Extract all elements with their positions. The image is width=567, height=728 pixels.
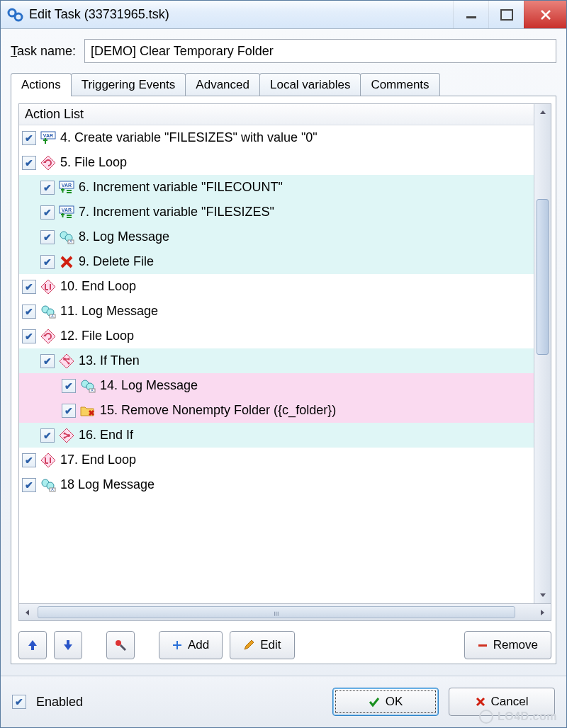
action-text: 18 Log Message xyxy=(60,477,155,492)
tabs: Actions Triggering Events Advanced Local… xyxy=(11,73,556,96)
endloop-icon xyxy=(40,279,56,295)
ok-button[interactable]: OK xyxy=(332,688,439,716)
remove-button[interactable]: Remove xyxy=(464,631,551,659)
close-button[interactable] xyxy=(524,1,566,28)
action-list-wrap: Action List VAR4. Create variable "FILES… xyxy=(18,103,551,604)
action-item[interactable]: 12. File Loop xyxy=(19,324,534,348)
vertical-scrollbar[interactable] xyxy=(534,104,551,603)
log-icon: A xyxy=(80,378,96,394)
client-area: Task name: Actions Triggering Events Adv… xyxy=(1,29,566,727)
action-item[interactable]: VAR4. Create variable "FILESIZES" with v… xyxy=(19,125,534,150)
scroll-track[interactable] xyxy=(534,121,551,586)
scroll-down-icon[interactable] xyxy=(534,586,551,603)
svg-marker-17 xyxy=(41,280,55,294)
wizard-button[interactable] xyxy=(106,631,135,659)
tab-comments[interactable]: Comments xyxy=(360,73,439,96)
checkbox-icon[interactable] xyxy=(22,329,36,343)
checkbox-icon[interactable] xyxy=(40,230,55,244)
action-item[interactable]: 16. End If xyxy=(19,423,534,448)
action-item[interactable]: A11. Log Message xyxy=(19,299,534,324)
scroll-up-icon[interactable] xyxy=(534,104,551,121)
checkbox-icon[interactable] xyxy=(40,181,55,195)
loop-icon xyxy=(40,329,56,344)
action-item[interactable]: A8. Log Message xyxy=(19,224,534,249)
action-item[interactable]: 17. End Loop xyxy=(19,448,534,472)
action-item[interactable]: A14. Log Message xyxy=(19,373,534,398)
action-text: 5. File Loop xyxy=(60,155,127,170)
checkbox-icon[interactable] xyxy=(22,305,36,319)
action-item[interactable]: VAR6. Increment variable "FILECOUNT" xyxy=(19,175,534,200)
svg-marker-35 xyxy=(41,453,55,467)
add-button[interactable]: Add xyxy=(159,631,223,659)
svg-point-40 xyxy=(116,640,121,646)
checkbox-icon[interactable] xyxy=(22,131,36,145)
checkbox-icon[interactable] xyxy=(62,379,76,393)
checkbox-icon[interactable] xyxy=(22,280,36,294)
window: Edit Task (33731965.tsk) Task name: Acti… xyxy=(0,0,567,728)
action-text: 14. Log Message xyxy=(100,378,198,393)
action-text: 9. Delete File xyxy=(79,254,154,269)
scroll-right-icon[interactable] xyxy=(534,604,551,620)
action-item[interactable]: VAR7. Increment variable "FILESIZES" xyxy=(19,200,534,224)
taskname-row: Task name: xyxy=(11,39,556,63)
action-item[interactable]: 10. End Loop xyxy=(19,274,534,299)
plus-icon xyxy=(172,640,182,650)
log-icon: A xyxy=(40,477,56,493)
action-item[interactable]: A18 Log Message xyxy=(19,472,534,497)
titlebar[interactable]: Edit Task (33731965.tsk) xyxy=(1,1,566,29)
window-buttons xyxy=(453,1,566,28)
maximize-button[interactable] xyxy=(488,1,524,28)
edit-button[interactable]: Edit xyxy=(230,631,294,659)
action-list[interactable]: Action List VAR4. Create variable "FILES… xyxy=(19,104,534,603)
scroll-left-icon[interactable] xyxy=(19,604,36,620)
checkbox-icon[interactable] xyxy=(62,404,76,418)
svg-rect-41 xyxy=(478,644,487,647)
action-text: 15. Remove Nonempty Folder ({c_folder}) xyxy=(100,403,336,418)
if-icon xyxy=(59,353,74,369)
checkbox-icon[interactable] xyxy=(40,428,55,443)
action-item[interactable]: 5. File Loop xyxy=(19,150,534,175)
checkbox-icon[interactable] xyxy=(22,478,36,492)
svg-rect-7 xyxy=(67,190,72,191)
action-text: 10. End Loop xyxy=(60,279,136,294)
tab-advanced[interactable]: Advanced xyxy=(185,73,260,96)
folder-del-icon xyxy=(80,403,96,419)
endloop-icon xyxy=(40,453,56,468)
window-title: Edit Task (33731965.tsk) xyxy=(29,7,453,22)
svg-point-34 xyxy=(67,434,70,437)
var-inc-icon: VAR xyxy=(59,180,74,195)
tab-local-variables[interactable]: Local variables xyxy=(259,73,361,96)
taskname-input[interactable] xyxy=(84,39,556,63)
edit-label: Edit xyxy=(260,638,281,652)
endif-icon xyxy=(59,428,74,443)
scroll-thumb[interactable] xyxy=(537,199,549,355)
var-add-icon: VAR xyxy=(40,130,56,146)
checkbox-icon[interactable] xyxy=(40,205,55,220)
action-item[interactable]: 13. If Then xyxy=(19,348,534,373)
checkbox-icon xyxy=(12,695,26,709)
x-icon xyxy=(476,697,485,707)
action-item[interactable]: 9. Delete File xyxy=(19,249,534,274)
action-list-header: Action List xyxy=(19,104,534,125)
horizontal-scrollbar[interactable] xyxy=(18,604,551,621)
checkbox-icon[interactable] xyxy=(22,156,36,170)
hscroll-thumb[interactable] xyxy=(38,606,515,618)
checkbox-icon[interactable] xyxy=(40,255,55,269)
checkbox-icon[interactable] xyxy=(22,453,36,467)
minimize-button[interactable] xyxy=(453,1,488,28)
tab-triggering-events[interactable]: Triggering Events xyxy=(71,73,186,96)
action-item[interactable]: 15. Remove Nonempty Folder ({c_folder}) xyxy=(19,398,534,423)
move-up-button[interactable] xyxy=(18,631,47,659)
action-text: 7. Increment variable "FILESIZES" xyxy=(79,205,274,220)
tab-actions[interactable]: Actions xyxy=(11,73,72,96)
svg-point-1 xyxy=(15,13,22,21)
action-text: 12. File Loop xyxy=(60,329,134,343)
move-down-button[interactable] xyxy=(54,631,82,659)
svg-rect-8 xyxy=(67,192,72,193)
action-text: 16. End If xyxy=(79,428,133,443)
app-icon xyxy=(6,6,23,23)
cancel-label: Cancel xyxy=(491,695,529,709)
enabled-checkbox[interactable]: Enabled xyxy=(12,695,83,710)
watermark: LO4D.com xyxy=(479,710,557,724)
checkbox-icon[interactable] xyxy=(40,354,55,368)
